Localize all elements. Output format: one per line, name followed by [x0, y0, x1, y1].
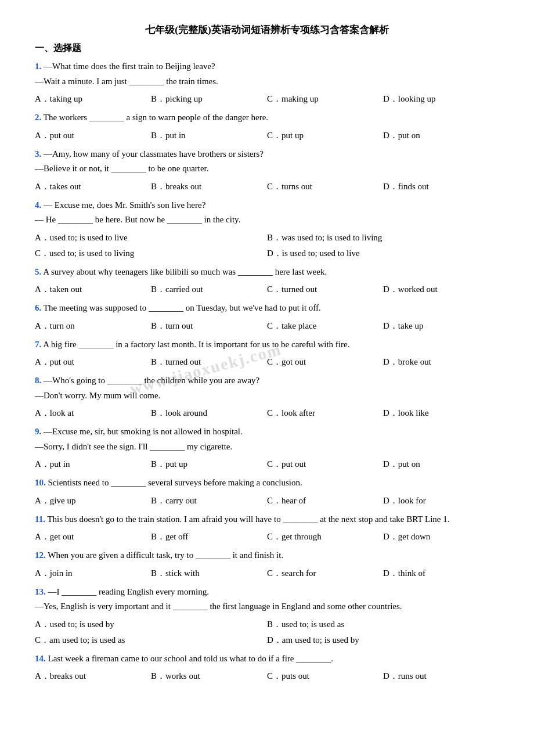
option-2-3: C．put up [267, 128, 383, 143]
option-3-1: A．takes out [35, 179, 151, 195]
question-text-3-line1: —Amy, how many of your classmates have b… [44, 149, 264, 159]
question-text-4-line2: — He ________ be here. But now he ______… [35, 213, 499, 228]
option-14-3: C．puts out [267, 668, 383, 684]
option-6-4: D．take up [383, 318, 499, 334]
option-3-2: B．breaks out [151, 179, 267, 195]
options-row-6: A．turn onB．turn outC．take placeD．take up [35, 318, 499, 334]
option-11-3: C．get through [267, 529, 383, 545]
option-1-3: C．making up [267, 91, 383, 107]
option-3-3: C．turns out [267, 179, 383, 195]
option-3-4: D．finds out [383, 179, 499, 195]
option-9-1: A．put in [35, 456, 151, 472]
option-1-2: B．picking up [151, 91, 267, 107]
question-number-6: 6. [35, 303, 41, 312]
option-9-4: D．put on [383, 456, 499, 472]
question-7: 7. A big fire ________ in a factory last… [35, 337, 499, 370]
options-row-14: A．breaks outB．works outC．puts outD．runs … [35, 668, 499, 684]
question-number-4: 4. [35, 200, 41, 210]
question-text-11-line1: This bus doesn't go to the train station… [47, 514, 449, 524]
option-2-2: B．put in [151, 128, 267, 143]
question-1: 1. —What time does the first train to Be… [35, 59, 499, 107]
question-2: 2. The workers ________ a sign to warn p… [35, 110, 499, 143]
option-13-4: D．am used to; is used by [267, 632, 499, 648]
question-number-11: 11. [35, 514, 45, 524]
question-text-3-line2: —Believe it or not, it ________ to be on… [35, 161, 499, 177]
options-row-2: A．put outB．put inC．put upD．put on [35, 128, 499, 143]
question-text-1-line2: —Wait a minute. I am just ________ the t… [35, 74, 499, 89]
option-4-3: C．used to; is used to living [35, 246, 267, 261]
question-8: 8. —Who's going to ________ the children… [35, 373, 499, 421]
options-row-11: A．get outB．get offC．get throughD．get dow… [35, 529, 499, 545]
option-4-2: B．was used to; is used to living [267, 230, 499, 246]
option-1-4: D．looking up [383, 91, 499, 107]
options-row-12: A．join inB．stick withC．search forD．think… [35, 566, 499, 581]
option-6-1: A．turn on [35, 318, 151, 334]
option-8-4: D．look like [383, 405, 499, 421]
page-title: 七年级(完整版)英语动词短语辨析专项练习含答案含解析 [35, 23, 499, 37]
question-number-8: 8. [35, 376, 41, 385]
question-number-5: 5. [35, 267, 41, 276]
option-6-3: C．take place [267, 318, 383, 334]
question-text-13-line2: —Yes, English is very important and it _… [35, 599, 499, 614]
question-3: 3. —Amy, how many of your classmates hav… [35, 147, 499, 195]
question-text-2-line1: The workers ________ a sign to warn peop… [44, 113, 268, 122]
option-14-4: D．runs out [383, 668, 499, 684]
option-14-2: B．works out [151, 668, 267, 684]
option-6-2: B．turn out [151, 318, 267, 334]
option-10-1: A．give up [35, 493, 151, 509]
option-5-2: B．carried out [151, 282, 267, 297]
question-9: 9. —Excuse me, sir, but smoking is not a… [35, 424, 499, 472]
question-number-9: 9. [35, 427, 41, 436]
options-row-8: A．look atB．look aroundC．look afterD．look… [35, 405, 499, 421]
question-number-3: 3. [35, 149, 41, 159]
options-row-4: A．used to; is used to liveB．was used to;… [35, 230, 499, 261]
question-11: 11. This bus doesn't go to the train sta… [35, 512, 499, 545]
option-2-1: A．put out [35, 128, 151, 143]
option-7-1: A．put out [35, 354, 151, 370]
question-number-7: 7. [35, 340, 41, 349]
question-4: 4. — Excuse me, does Mr. Smith's son liv… [35, 198, 499, 261]
question-text-5-line1: A survey about why teenagers like bilibi… [43, 267, 327, 276]
option-12-3: C．search for [267, 566, 383, 581]
options-row-5: A．taken outB．carried outC．turned outD．wo… [35, 282, 499, 297]
option-10-2: B．carry out [151, 493, 267, 509]
question-5: 5. A survey about why teenagers like bil… [35, 265, 499, 298]
option-14-1: A．breaks out [35, 668, 151, 684]
question-text-1-line1: —What time does the first train to Beiji… [44, 62, 215, 71]
question-14: 14. Last week a fireman came to our scho… [35, 651, 499, 685]
option-9-2: B．put up [151, 456, 267, 472]
option-4-4: D．is used to; used to live [267, 246, 499, 261]
options-row-1: A．taking upB．picking upC．making upD．look… [35, 91, 499, 107]
question-number-10: 10. [35, 478, 46, 487]
option-5-3: C．turned out [267, 282, 383, 297]
option-11-4: D．get down [383, 529, 499, 545]
option-8-2: B．look around [151, 405, 267, 421]
option-10-4: D．look for [383, 493, 499, 509]
option-8-3: C．look after [267, 405, 383, 421]
question-text-7-line1: A big fire ________ in a factory last mo… [43, 340, 349, 349]
question-6: 6. The meeting was supposed to ________ … [35, 301, 499, 334]
question-text-14-line1: Last week a fireman came to our school a… [48, 654, 334, 663]
question-text-9-line1: —Excuse me, sir, but smoking is not allo… [44, 427, 243, 436]
question-13: 13. —I ________ reading English every mo… [35, 585, 499, 648]
question-text-9-line2: —Sorry, I didn't see the sign. I'll ____… [35, 440, 499, 455]
options-row-3: A．takes outB．breaks outC．turns outD．find… [35, 179, 499, 195]
option-12-2: B．stick with [151, 566, 267, 581]
option-12-1: A．join in [35, 566, 151, 581]
option-12-4: D．think of [383, 566, 499, 581]
option-8-1: A．look at [35, 405, 151, 421]
section-title: 一、选择题 [35, 42, 499, 55]
question-text-8-line1: —Who's going to ________ the children wh… [44, 376, 259, 385]
option-2-4: D．put on [383, 128, 499, 143]
option-10-3: C．hear of [267, 493, 383, 509]
question-number-2: 2. [35, 113, 41, 122]
question-number-1: 1. [35, 62, 41, 71]
option-1-1: A．taking up [35, 91, 151, 107]
question-text-6-line1: The meeting was supposed to ________ on … [44, 303, 321, 312]
question-number-13: 13. [35, 587, 46, 596]
option-11-2: B．get off [151, 529, 267, 545]
question-number-14: 14. [35, 654, 46, 663]
option-9-3: C．put out [267, 456, 383, 472]
question-text-13-line1: —I ________ reading English every mornin… [48, 587, 209, 596]
option-13-1: A．used to; is used by [35, 617, 267, 632]
